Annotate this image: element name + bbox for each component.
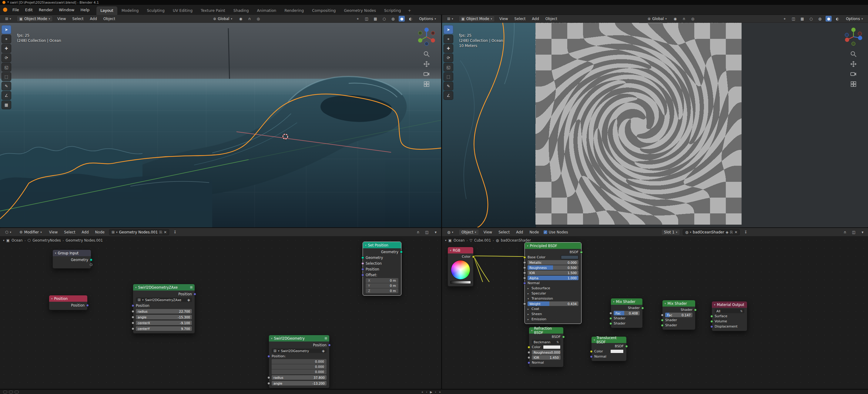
mode-dropdown[interactable]: ▣Object Mode▾	[17, 16, 53, 22]
overlays-icon[interactable]: ◫	[790, 16, 797, 22]
node-translucent-bsdf[interactable]: ▾Translucent BSDF BSDF Color Normal	[591, 336, 627, 361]
pan-hand-icon[interactable]	[423, 60, 430, 68]
tool-move[interactable]: ✚	[443, 44, 453, 53]
menu-add[interactable]: Add	[88, 16, 99, 22]
menu-file[interactable]: File	[10, 7, 22, 13]
socket-position-out[interactable]	[86, 304, 89, 307]
tool-annotate[interactable]: ✎	[443, 82, 453, 90]
socket-shader2-in[interactable]	[661, 324, 664, 327]
panel-chevron-icon[interactable]: ▸	[528, 318, 530, 321]
add-workspace-button[interactable]: +	[405, 6, 414, 15]
tab-compositing[interactable]: Compositing	[308, 6, 340, 15]
show-gizmo-icon[interactable]: ⌖	[782, 16, 788, 22]
menu-object[interactable]: Object	[101, 16, 117, 22]
radius-slider[interactable]: radius22.700	[136, 309, 192, 314]
camera-view-icon[interactable]	[850, 71, 857, 78]
socket-virtual[interactable]	[90, 263, 92, 266]
material-name-field[interactable]: ◍▾ badOceanShader ◈ ⎘ ✕	[683, 229, 740, 235]
menu-select[interactable]: Select	[513, 16, 528, 22]
base-color-swatch[interactable]	[561, 255, 579, 259]
editor-type-button[interactable]: ◍▾	[444, 229, 456, 235]
shading-rendered-icon[interactable]: ◐	[834, 16, 840, 22]
prev-frame-icon[interactable]: ‹	[426, 390, 427, 394]
tool-scale[interactable]: ◱	[443, 63, 453, 72]
menu-view[interactable]: View	[56, 16, 68, 22]
menu-node[interactable]: Node	[528, 229, 540, 235]
ior-slider[interactable]: IOR1.450	[532, 355, 561, 360]
browse-icon[interactable]: ⊞	[137, 298, 141, 302]
menu-view[interactable]: View	[482, 229, 494, 235]
tab-sculpting[interactable]: Sculpting	[143, 6, 168, 15]
menu-view[interactable]: View	[47, 229, 59, 235]
options-dropdown[interactable]: Options▾	[416, 16, 439, 22]
node-header[interactable]: ▾Translucent BSDF	[591, 337, 626, 343]
panel-chevron-icon[interactable]: ▸	[528, 313, 530, 316]
menu-add[interactable]: Add	[80, 229, 90, 235]
panel-chevron-icon[interactable]: ▾	[528, 297, 530, 300]
menu-select[interactable]: Select	[71, 16, 86, 22]
node-mix-shader-1[interactable]: ▾Mix Shader Shader Fac0.408 Shader Shade…	[611, 298, 643, 328]
tool-transform[interactable]: ⬚	[1, 72, 11, 81]
tool-scale[interactable]: ◱	[1, 63, 11, 72]
metallic-slider[interactable]: Metallic0.000	[528, 260, 579, 265]
socket-angle-in[interactable]	[131, 316, 134, 318]
socket-bsdf-out[interactable]	[580, 251, 583, 253]
socket-volume-in[interactable]	[710, 320, 713, 323]
tool-select-box[interactable]: ➤	[443, 25, 453, 34]
socket-offset-in[interactable]	[362, 274, 364, 276]
position-y-field[interactable]: 0.000	[272, 364, 327, 369]
pivot-point-icon[interactable]: ◉	[238, 16, 244, 22]
menu-view[interactable]: View	[497, 16, 509, 22]
filter-icon[interactable]: ▾	[433, 229, 439, 235]
menu-object[interactable]: Object	[544, 16, 559, 22]
node-header[interactable]: ▾Set Position	[363, 242, 401, 248]
tab-geometry-nodes[interactable]: Geometry Nodes	[340, 6, 380, 15]
menu-add[interactable]: Add	[514, 229, 525, 235]
socket-shader-out[interactable]	[641, 307, 644, 309]
proportional-edit-icon[interactable]: ◎	[255, 16, 261, 22]
breadcrumb-material[interactable]: badOceanShader	[501, 238, 531, 243]
socket-roughness-in[interactable]	[523, 266, 526, 269]
socket-base-color-in[interactable]	[523, 256, 526, 259]
socket-displacement-in[interactable]	[710, 325, 713, 328]
panel-chevron-icon[interactable]: ▸	[528, 308, 530, 311]
tab-layout[interactable]: Layout	[96, 6, 117, 15]
tool-measure[interactable]: ∠	[1, 91, 11, 100]
swirl-checker-plane[interactable]	[535, 23, 742, 225]
axis-gizmo[interactable]	[842, 26, 864, 48]
fake-user-icon[interactable]: ◈	[322, 349, 325, 353]
editor-type-button[interactable]: ⊞▾	[444, 16, 456, 22]
material-slot-dropdown[interactable]: Slot 1▾	[661, 229, 680, 235]
editor-type-button[interactable]: ⊞▾	[2, 16, 14, 22]
tab-animation[interactable]: Animation	[253, 6, 280, 15]
socket-position-out[interactable]	[193, 292, 196, 296]
fake-user-icon[interactable]: ◈	[187, 298, 190, 302]
breadcrumb-mesh[interactable]: Cube.001	[474, 238, 491, 243]
roughness-slider[interactable]: Roughness0.000	[532, 350, 561, 355]
panel-chevron-icon[interactable]: ▸	[528, 292, 530, 295]
node-header[interactable]: ▾Position	[49, 296, 87, 302]
tab-texture-paint[interactable]: Texture Paint	[197, 6, 229, 15]
socket-transmission-weight-in[interactable]	[523, 302, 526, 305]
overlap-icon[interactable]: ◫	[424, 229, 430, 235]
menu-add[interactable]: Add	[530, 16, 541, 22]
shading-material-icon[interactable]: ●	[826, 16, 832, 22]
menu-select[interactable]: Select	[62, 229, 77, 235]
angle-slider[interactable]: angle-13.200	[272, 381, 327, 386]
centerx-slider[interactable]: centerX-9.100	[136, 320, 192, 325]
socket-position-in[interactable]	[131, 304, 134, 307]
socket-geometry-in[interactable]	[362, 256, 364, 259]
socket-normal-in[interactable]	[528, 361, 530, 364]
socket-geometry-out[interactable]	[90, 258, 92, 261]
fac-slider[interactable]: Fac0.147	[665, 313, 692, 317]
ior-slider[interactable]: IOR1.500	[528, 271, 579, 275]
node-group-name-field[interactable]: ⊞▾Swirl2DGeometryZAxe◈	[136, 298, 192, 302]
snap-node-icon[interactable]: ∩	[415, 229, 421, 235]
angle-slider[interactable]: angle-15.300	[136, 315, 192, 319]
socket-roughness-in[interactable]	[528, 351, 530, 354]
node-group-input[interactable]: ▾Group Input Geometry	[53, 250, 91, 269]
tool-cursor[interactable]: ⌖	[443, 35, 453, 44]
node-header[interactable]: ▾Swirl2DGeometry⊞	[269, 335, 329, 341]
viewport-scene-ocean[interactable]	[0, 23, 441, 227]
socket-selection-in[interactable]	[362, 262, 364, 265]
